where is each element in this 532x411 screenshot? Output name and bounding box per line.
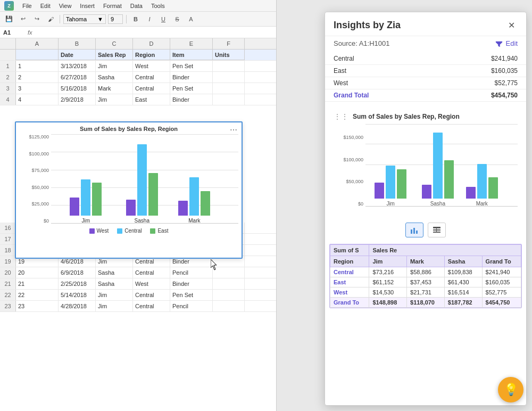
toolbar: 💾 ↩ ↪ 🖌 Tahoma ▼ 9 B I U S A [0,12,276,27]
right-bar-mark-east [488,177,498,199]
col-header-e[interactable]: E [170,38,213,49]
grand-total-value: $454,750 [435,89,526,102]
column-headers: A B C D E F [0,38,276,50]
bar-chart-icon [410,226,419,234]
cell-f-header[interactable]: Units [213,50,245,60]
close-button[interactable]: ✕ [505,19,518,31]
right-label-mark: Mark [476,201,488,207]
y-label-25k: $25,000 [31,201,49,207]
value-cell: $160,035 [435,65,526,77]
table-row: Central $241,940 [325,53,526,65]
table-row: 22 22 5/14/2018 Jim Central Pen Set [0,290,276,301]
chart-type-toggles [325,223,526,237]
cell-e-header[interactable]: Item [170,50,213,60]
right-y-label-150k: $150,000 [343,135,363,140]
menu-file[interactable]: File [22,3,32,9]
pivot-west-sasha: $16,514 [444,287,482,298]
col-header-b[interactable]: B [59,38,96,49]
col-header-d[interactable]: D [133,38,170,49]
toolbar-separator-2 [126,15,127,23]
font-color-button[interactable]: A [185,14,197,24]
table-row: 1 1 3/13/2018 Jim West Pen Set [0,61,276,72]
bar-chart-toggle[interactable] [405,223,423,237]
menu-view[interactable]: View [59,3,72,9]
pivot-central-sasha: $109,838 [444,267,482,277]
section-chart-title: Sum of Sales by Sales Rep, Region [353,113,460,120]
right-bar-jim-west [375,183,384,199]
table-icon [433,226,441,234]
font-selector[interactable]: Tahoma ▼ [63,14,106,24]
pivot-th-sumofsales: Sum of S [330,245,369,256]
bar-mark-west [178,201,188,216]
right-grid-line [365,124,518,125]
undo-button[interactable]: ↩ [17,14,29,24]
pivot-row-west: West $14,530 $21,731 $16,514 $52,775 [330,287,521,298]
legend-central: Central [117,228,142,234]
bar-jim-east [92,183,102,216]
label-sasha: Sasha [135,218,149,224]
right-bar-jim-central [386,166,395,199]
pivot-grand-sasha: $187,782 [444,298,482,308]
font-size-selector[interactable]: 9 [108,14,123,24]
menu-data[interactable]: Data [130,3,143,9]
bar-sasha-central [137,144,147,216]
fx-label: fx [28,29,32,36]
menu-tools[interactable]: Tools [151,3,165,9]
spreadsheet-chart: Sum of Sales by Sales Rep, Region ⋯ $125… [15,121,243,259]
menu-edit[interactable]: Edit [40,3,51,9]
filter-icon [495,40,503,47]
strikethrough-button[interactable]: S [171,14,183,24]
bar-jim-central [81,179,90,216]
region-cell: East [325,65,435,77]
right-y-label-0: $0 [358,201,363,207]
chart-legend: West Central East [19,228,238,234]
right-bar-sasha-central [433,133,443,199]
table-chart-toggle[interactable] [428,223,446,237]
pivot-grand-total-row: Grand To $148,898 $118,070 $187,782 $454… [330,298,521,308]
menu-bar: Z File Edit View Insert Format Data Tool… [0,0,276,12]
menu-insert[interactable]: Insert [80,3,95,9]
save-button[interactable]: 💾 [3,14,15,24]
right-y-label-100k: $100,000 [343,157,363,162]
col-header-c[interactable]: C [96,38,133,49]
right-y-label-50k: $50,000 [346,179,363,184]
underline-button[interactable]: U [157,14,169,24]
y-label-75k: $75,000 [31,168,49,173]
pivot-east-jim: $61,152 [369,277,407,287]
cell-b-header[interactable]: Date [59,50,96,60]
label-jim: Jim [81,218,90,224]
pivot-label-central: Central [330,267,369,277]
menu-format[interactable]: Format [103,3,122,9]
col-header-a[interactable]: A [16,38,59,49]
pivot-table: Sum of S Sales Re Region Jim Mark Sasha … [330,244,521,308]
y-label-125k: $125,000 [29,134,49,139]
pivot-header-row-2: Region Jim Mark Sasha Grand To [330,256,521,267]
paint-button[interactable]: 🖌 [45,14,56,24]
cell-reference: A1 [3,29,24,36]
table-row: 2 2 6/27/2018 Sasha Central Binder [0,72,276,83]
bar-mark-east [201,191,210,216]
table-row: 3 3 5/16/2018 Mark Central Pen Set [0,83,276,94]
zia-fab-button[interactable]: 💡 [498,377,523,402]
redo-button[interactable]: ↪ [31,14,43,24]
grand-total-row: Grand Total $454,750 [325,89,526,102]
edit-button[interactable]: Edit [495,39,518,47]
source-label: Source: A1:H1001 [334,39,390,47]
bold-button[interactable]: B [130,14,142,24]
pivot-th-region: Region [330,256,369,267]
cell-a-header[interactable] [16,50,59,60]
italic-button[interactable]: I [144,14,155,24]
region-cell: Central [325,53,435,65]
grid-header-data-row: Date Sales Rep Region Item Units [0,50,276,61]
drag-handle-icon: ⋮⋮ [334,112,348,121]
pivot-west-mark: $21,731 [407,287,445,298]
zia-bulb-icon: 💡 [504,383,518,397]
right-label-sasha: Sasha [430,201,445,207]
cell-d-header[interactable]: Region [133,50,170,60]
legend-dot-west [89,228,95,234]
chart-options-button[interactable]: ⋯ [230,126,237,134]
col-header-f[interactable]: F [213,38,245,49]
bar-sasha-east [148,173,158,216]
cell-c-header[interactable]: Sales Rep [96,50,133,60]
section-divider: ⋮⋮ Sum of Sales by Sales Rep, Region [325,108,526,124]
